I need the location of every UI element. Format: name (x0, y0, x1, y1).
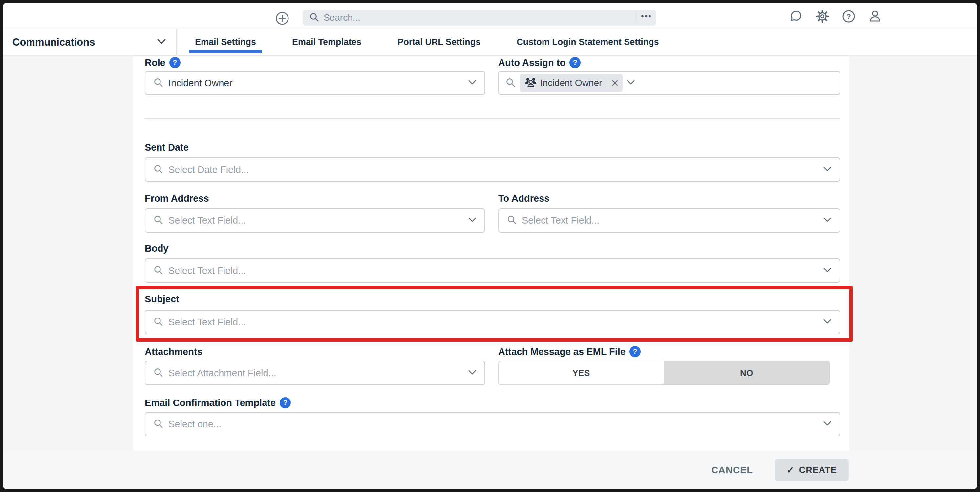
chevron-down-icon (627, 80, 635, 86)
section-divider (145, 118, 840, 119)
attach-eml-yes-option[interactable]: YES (499, 362, 664, 384)
auto-assign-help-icon[interactable]: ? (570, 57, 581, 68)
search-options-icon[interactable]: ••• (641, 12, 652, 24)
subject-placeholder: Select Text Field... (169, 317, 819, 328)
email-confirmation-help-icon[interactable]: ? (280, 397, 291, 408)
attach-eml-label: Attach Message as EML File (498, 346, 625, 357)
chevron-down-icon (823, 217, 832, 224)
add-icon[interactable] (275, 11, 290, 25)
tab-bar: Email Settings Email Templates Portal UR… (177, 29, 692, 56)
tab-email-settings[interactable]: Email Settings (192, 29, 259, 56)
create-button[interactable]: ✓ CREATE (775, 459, 849, 481)
cancel-button[interactable]: CANCEL (711, 465, 753, 476)
search-icon (153, 215, 163, 226)
from-address-select[interactable]: Select Text Field... (145, 208, 485, 233)
role-help-icon[interactable]: ? (169, 57, 180, 68)
chip-divider (606, 77, 607, 89)
sent-date-label: Sent Date (145, 142, 189, 153)
search-icon (153, 367, 163, 379)
auto-assign-select[interactable]: Incident Owner (498, 71, 840, 95)
role-select[interactable]: Incident Owner (145, 71, 485, 95)
body-label: Body (145, 243, 169, 254)
search-icon (153, 78, 163, 89)
to-address-select[interactable]: Select Text Field... (498, 208, 840, 233)
search-icon (506, 78, 515, 89)
subject-select[interactable]: Select Text Field... (145, 310, 840, 334)
check-icon: ✓ (786, 465, 794, 476)
chevron-down-icon (823, 267, 832, 274)
attach-eml-help-icon[interactable]: ? (630, 346, 641, 357)
email-confirmation-template-label: Email Confirmation Template (145, 398, 276, 408)
sent-date-placeholder: Select Date Field... (169, 164, 819, 175)
attach-eml-no-option[interactable]: NO (664, 362, 829, 384)
gear-icon[interactable] (815, 9, 830, 24)
chevron-down-icon (468, 80, 477, 86)
page-title: Communications (13, 37, 95, 48)
tab-custom-login-statement-settings[interactable]: Custom Login Statement Settings (513, 29, 662, 56)
search-icon (153, 419, 163, 430)
app-window: Search... ••• (3, 3, 977, 489)
role-selected-value: Incident Owner (169, 78, 464, 89)
search-icon (153, 316, 163, 328)
nav-bar: Communications Email Settings Email Temp… (3, 29, 977, 56)
tab-email-templates[interactable]: Email Templates (289, 29, 364, 56)
search-placeholder: Search... (324, 13, 637, 23)
body-placeholder: Select Text Field... (169, 265, 819, 276)
chevron-down-icon (157, 39, 166, 46)
attachments-placeholder: Select Attachment Field... (169, 368, 464, 379)
top-bar: Search... ••• (3, 3, 977, 29)
global-search-input[interactable]: Search... ••• (302, 10, 656, 25)
svg-text:?: ? (846, 13, 851, 21)
chevron-down-icon (823, 166, 832, 173)
email-confirmation-placeholder: Select one... (169, 419, 819, 430)
chevron-down-icon (468, 370, 477, 376)
remove-icon[interactable] (611, 79, 619, 87)
form-footer: CANCEL ✓ CREATE (3, 451, 977, 489)
attach-eml-toggle: YES NO (498, 361, 830, 385)
email-confirmation-template-select[interactable]: Select one... (145, 412, 840, 436)
attachments-label: Attachments (145, 346, 202, 357)
to-address-placeholder: Select Text Field... (522, 215, 819, 226)
to-address-label: To Address (498, 193, 549, 204)
tab-portal-url-settings[interactable]: Portal URL Settings (394, 29, 484, 56)
chevron-down-icon (823, 421, 832, 427)
chat-icon[interactable] (789, 9, 803, 24)
search-icon (153, 164, 163, 175)
from-address-label: From Address (145, 193, 209, 204)
user-icon[interactable] (868, 9, 882, 24)
search-icon (507, 215, 517, 226)
form-panel: Role ? Incident Owner Auto Assign to ? (133, 56, 850, 451)
role-label: Role (145, 57, 165, 68)
body-select[interactable]: Select Text Field... (145, 259, 840, 283)
chip-label: Incident Owner (540, 78, 602, 88)
subject-label: Subject (145, 294, 179, 305)
from-address-placeholder: Select Text Field... (169, 215, 464, 226)
auto-assign-label: Auto Assign to (498, 57, 565, 68)
chevron-down-icon (468, 217, 477, 224)
attachments-select[interactable]: Select Attachment Field... (145, 361, 485, 385)
search-icon (309, 12, 319, 23)
context-dropdown[interactable]: Communications (3, 29, 177, 56)
create-button-label: CREATE (799, 465, 837, 475)
selected-chip: Incident Owner (520, 74, 623, 92)
sent-date-select[interactable]: Select Date Field... (145, 157, 840, 182)
chevron-down-icon (823, 319, 832, 325)
main-area: Role ? Incident Owner Auto Assign to ? (3, 56, 977, 489)
help-icon[interactable]: ? (842, 9, 856, 24)
group-icon (525, 77, 537, 89)
search-icon (153, 265, 163, 276)
